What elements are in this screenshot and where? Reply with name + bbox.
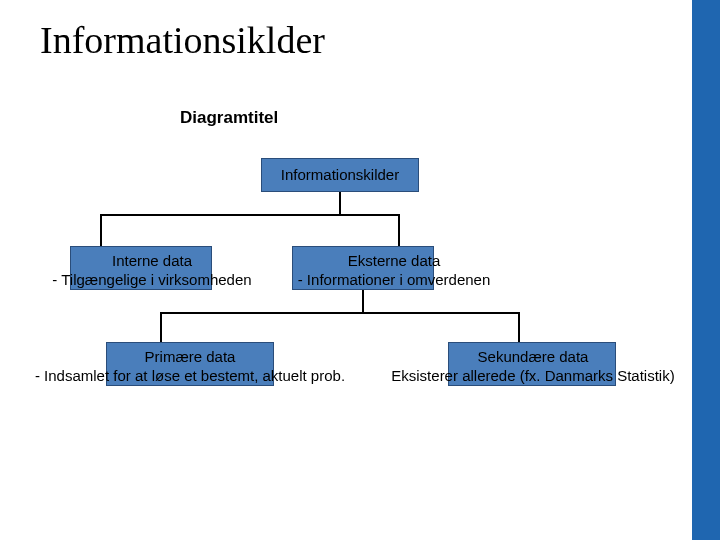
node-sekundaere-label: Sekundære data Eksisterer allerede (fx. … [368,348,698,386]
diagram-title: Diagramtitel [180,108,278,128]
connector [518,312,520,342]
page-title: Informationsiklder [40,18,325,62]
connector [398,214,400,246]
connector [100,214,102,246]
connector [160,312,520,314]
node-primaere-label: Primære data - Indsamlet for at løse et … [20,348,360,386]
connector [160,312,162,342]
connector [339,192,341,214]
slide-sidebar [692,0,720,540]
connector [362,290,364,312]
node-eksterne-label: Eksterne data - Informationer i omverden… [264,252,524,290]
slide: Informationsiklder Diagramtitel Informat… [0,0,720,540]
connector [100,214,400,216]
node-interne-label: Interne data - Tilgængelige i virksomhed… [22,252,282,290]
node-root-label: Informationskilder [261,166,419,185]
